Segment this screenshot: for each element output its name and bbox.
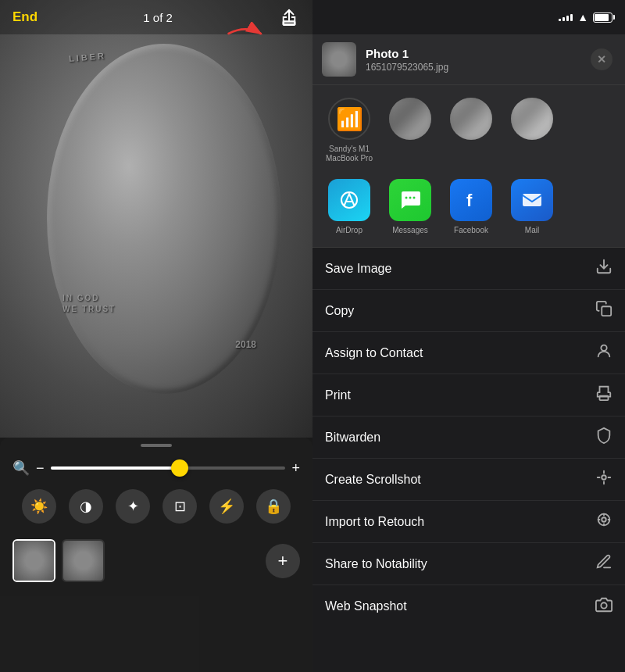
svg-point-11 [602,475,606,480]
contact-person-3[interactable] [505,98,559,163]
person-1-avatar [389,98,431,140]
app-messages[interactable]: Messages [383,179,438,234]
action-share-notability[interactable]: Share to Notability [312,543,625,585]
mail-label: Mail [525,226,539,234]
print-icon [595,384,612,406]
assign-contact-icon [595,342,612,363]
mail-app-icon [511,179,553,221]
bitwarden-label: Bitwarden [325,431,380,445]
share-notability-icon [595,553,612,574]
bitwarden-icon [595,427,612,448]
contact-macbook[interactable]: 📶 Sandy's M1 MacBook Pro [322,98,377,163]
svg-point-4 [409,197,412,199]
copy-label: Copy [325,304,354,318]
import-retouch-icon [595,511,612,532]
zoom-minus-button[interactable]: − [36,460,45,477]
action-web-snapshot[interactable]: Web Snapshot [312,585,625,627]
contrast-tool[interactable]: ◑ [69,489,103,524]
svg-point-3 [405,197,408,199]
action-scrollshot[interactable]: Create Scrollshot [312,459,625,501]
share-photo-info: Photo 1 1651079523065.jpg [356,47,591,73]
thumbnails-row: + [0,533,312,588]
action-bitwarden[interactable]: Bitwarden [312,416,625,459]
airdrop-app-icon [328,179,370,221]
signal-bar-3 [566,16,569,21]
web-snapshot-icon [595,596,612,617]
color-tool[interactable]: ✦ [116,489,150,524]
macbook-avatar: 📶 [328,98,370,140]
right-panel: ▲ Photo 1 1651079523065.jpg ✕ 📶 Sandy's … [312,0,625,672]
zoom-row: 🔍 − + [0,456,312,480]
airdrop-label: AirDrop [336,226,362,234]
macbook-name: Sandy's M1 MacBook Pro [322,145,377,163]
thumb-inner-2 [63,541,103,581]
coin-year-text: 2018 [235,339,256,350]
signal-bar-4 [570,14,573,21]
facebook-label: Facebook [454,226,488,234]
contacts-row: 📶 Sandy's M1 MacBook Pro [312,85,625,170]
app-airdrop[interactable]: AirDrop [322,179,377,234]
svg-point-9 [601,345,606,351]
wifi-icon: ▲ [577,11,588,23]
coin-liberty-text: LIBER [69,51,107,63]
close-share-button[interactable]: ✕ [591,48,612,70]
contact-person-1[interactable] [383,98,438,163]
zoom-slider[interactable] [51,466,286,470]
red-arrow [223,22,270,45]
lock-tool[interactable]: 🔒 [256,489,291,524]
action-import-retouch[interactable]: Import to Retouch [312,501,625,543]
add-thumbnail-button[interactable]: + [266,544,300,578]
contact-person-2[interactable] [444,98,498,163]
share-notability-label: Share to Notability [325,557,427,571]
coin-ingod-text: IN GODWE TRUST [62,293,116,315]
save-image-icon [595,258,612,279]
share-photo-thumbnail [322,42,356,77]
brightness-tool[interactable]: ☀️ [22,489,56,524]
status-bar: ▲ [312,0,625,34]
app-facebook[interactable]: f Facebook [444,179,498,234]
drag-handle[interactable] [141,444,172,447]
photo-counter: 1 of 2 [143,11,173,24]
svg-text:f: f [466,191,473,210]
signal-bar-1 [559,19,561,21]
thumbnail-1[interactable] [12,539,55,582]
messages-app-icon [389,179,431,221]
left-panel: LIBER IN GODWE TRUST 2018 End 1 of 2 [0,0,312,672]
action-save-image[interactable]: Save Image [312,248,625,290]
action-list: Save Image Copy Assign to Contact [312,248,625,672]
assign-contact-label: Assign to Contact [325,346,423,360]
share-header: Photo 1 1651079523065.jpg ✕ [312,34,625,85]
coin-face: LIBER IN GODWE TRUST 2018 [0,0,312,438]
print-label: Print [325,388,351,402]
svg-point-13 [602,517,606,522]
action-assign-contact[interactable]: Assign to Contact [312,332,625,374]
signal-icon [559,14,573,21]
zoom-fill [51,466,180,470]
thumbnail-2[interactable] [62,539,105,582]
signal-bar-2 [562,17,565,21]
battery-icon [593,13,612,23]
camera-tool[interactable]: ⊡ [162,489,197,524]
flash-tool[interactable]: ⚡ [209,489,244,524]
person-2-avatar [450,98,492,140]
battery-nub [613,15,615,20]
zoom-plus-button[interactable]: + [291,460,300,477]
end-button[interactable]: End [12,9,38,25]
save-image-label: Save Image [325,262,391,276]
facebook-app-icon: f [450,179,492,221]
app-mail[interactable]: Mail [505,179,559,234]
blurred-face-2 [450,98,492,140]
messages-label: Messages [392,226,428,234]
svg-rect-8 [602,306,611,316]
zoom-thumb[interactable] [171,459,188,477]
svg-point-5 [413,197,416,199]
action-print[interactable]: Print [312,374,625,416]
share-button[interactable] [278,6,300,28]
photo-filename: 1651079523065.jpg [366,62,591,73]
battery-fill [595,14,609,21]
action-copy[interactable]: Copy [312,290,625,332]
tools-row: ☀️ ◑ ✦ ⊡ ⚡ 🔒 [0,480,312,533]
blurred-face-3 [511,98,553,140]
copy-icon [595,300,612,321]
person-3-avatar [511,98,553,140]
